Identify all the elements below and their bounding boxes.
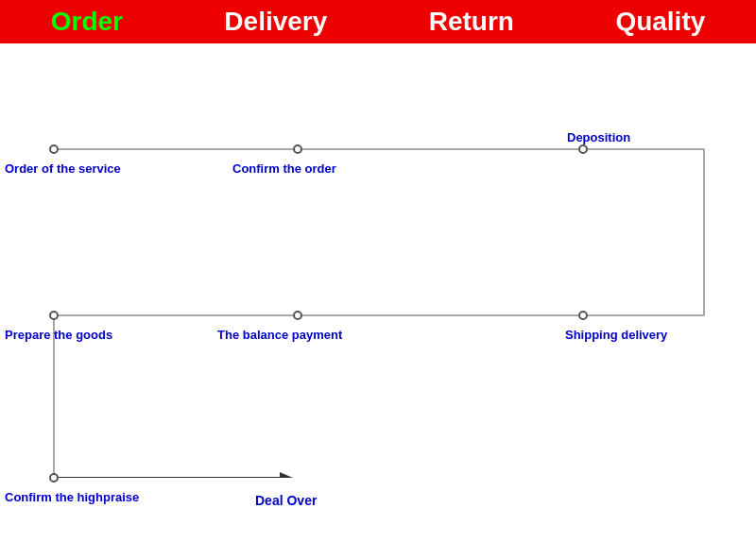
node-deposition [578, 144, 588, 154]
flow-lines [0, 72, 756, 478]
node-balance-payment [293, 311, 302, 320]
node-prepare-goods [49, 311, 59, 320]
header-delivery[interactable]: Delivery [224, 7, 327, 37]
node-confirm-highpraise [49, 473, 59, 483]
label-deposition: Deposition [567, 130, 630, 144]
header-quality[interactable]: Quality [615, 7, 705, 37]
label-confirm-highpraise: Confirm the highpraise [5, 490, 139, 504]
header: Order Delivery Return Quality [0, 0, 756, 43]
header-order[interactable]: Order [51, 7, 123, 37]
label-prepare-goods: Prepare the goods [5, 328, 112, 342]
label-balance-payment: The balance payment [217, 328, 342, 342]
node-order-service [49, 144, 59, 154]
node-confirm-order [293, 144, 302, 154]
label-confirm-order: Confirm the order [232, 161, 336, 176]
svg-marker-9 [280, 472, 293, 478]
flow-diagram: Order of the service Confirm the order D… [0, 72, 756, 478]
header-return[interactable]: Return [429, 7, 514, 37]
content-area: Order of the service Confirm the order D… [0, 43, 756, 559]
label-shipping-delivery: Shipping delivery [565, 328, 667, 342]
label-deal-over: Deal Over [255, 493, 317, 508]
label-order-service: Order of the service [5, 161, 121, 176]
node-shipping-delivery [578, 311, 588, 320]
